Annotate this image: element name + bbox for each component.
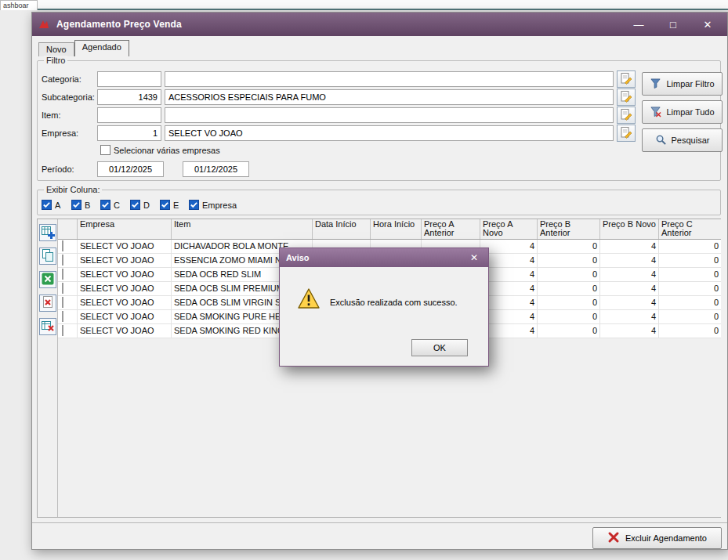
checkbox-checked[interactable]	[42, 200, 52, 210]
limpar-filtro-label: Limpar Filtro	[666, 79, 714, 89]
item-code-input[interactable]	[97, 107, 161, 123]
checkbox-checked[interactable]	[189, 200, 199, 210]
cell-empresa: SELECT VO JOAO	[78, 282, 172, 295]
subcategoria-lookup-button[interactable]	[617, 89, 636, 106]
multi-company-label: Selecionar várias empresas	[114, 146, 220, 155]
row-select-cell[interactable]	[58, 296, 78, 309]
excel-delete-icon	[41, 295, 55, 312]
grid-header-preco-c-anterior[interactable]: Preço C Anterior	[659, 219, 721, 239]
periodo-fim-input[interactable]	[183, 161, 249, 177]
cell-preco-b-novo: 4	[600, 254, 659, 267]
tab-agendado[interactable]: Agendado	[74, 40, 129, 56]
row-checkbox[interactable]	[62, 240, 63, 251]
remove-row-button[interactable]	[39, 318, 56, 335]
subcategoria-label: Subcategoria:	[42, 92, 95, 102]
excluir-agendamento-label: Excluir Agendamento	[625, 533, 707, 543]
dialog-titlebar[interactable]: Aviso ✕	[280, 248, 488, 267]
row-select-cell[interactable]	[58, 310, 78, 323]
categoria-code-input[interactable]	[97, 71, 161, 87]
cell-empresa: SELECT VO JOAO	[78, 268, 172, 281]
window-title: Agendamento Preço Venda	[56, 19, 182, 30]
periodo-inicio-input[interactable]	[97, 161, 164, 177]
empresa-lookup-button[interactable]	[617, 125, 636, 142]
row-checkbox[interactable]	[62, 269, 63, 280]
window-titlebar[interactable]: Agendamento Preço Venda — □ ✕	[32, 13, 727, 36]
grid-header-preco-a-novo[interactable]: Preço A Novo	[480, 219, 538, 239]
categoria-text-input[interactable]	[165, 71, 614, 87]
search-icon	[655, 134, 667, 147]
dialog-close-button[interactable]: ✕	[466, 252, 482, 263]
row-checkbox[interactable]	[62, 255, 63, 266]
close-button[interactable]: ✕	[696, 16, 719, 33]
excel-delete-button[interactable]	[39, 294, 56, 312]
warning-icon	[297, 287, 321, 311]
grid-header-item[interactable]: Item	[172, 219, 313, 239]
categoria-lookup-button[interactable]	[617, 70, 636, 88]
grid-header-select[interactable]	[58, 219, 78, 239]
ok-button[interactable]: OK	[411, 339, 468, 356]
cell-preco-c-anterior: 0	[659, 254, 721, 267]
column-checkbox-d[interactable]: D	[130, 200, 150, 210]
grid-header-preco-b-anterior[interactable]: Preço B Anterior	[538, 219, 600, 239]
column-checkbox-a[interactable]: A	[42, 200, 60, 210]
row-select-cell[interactable]	[58, 254, 78, 267]
column-checkbox-e[interactable]: E	[160, 200, 179, 210]
checkbox-checked[interactable]	[71, 200, 81, 210]
dialog-message: Exclusão realizada com sucesso.	[330, 298, 458, 307]
row-select-cell[interactable]	[58, 324, 78, 338]
column-checkbox-b[interactable]: B	[71, 200, 90, 210]
tab-novo[interactable]: Novo	[38, 42, 74, 56]
row-checkbox[interactable]	[62, 283, 63, 294]
checkbox-checked[interactable]	[100, 200, 110, 210]
cell-preco-b-anterior: 0	[538, 240, 600, 253]
column-checkbox-c[interactable]: C	[100, 200, 120, 210]
checkbox-unchecked[interactable]	[100, 145, 110, 155]
column-empresa-label: Empresa	[202, 201, 237, 210]
empresa-code-input[interactable]	[97, 125, 161, 141]
grid-header-preco-b-novo[interactable]: Preço B Novo	[600, 219, 659, 239]
pesquisar-button[interactable]: Pesquisar	[642, 128, 723, 152]
filtro-group-label: Filtro	[44, 56, 67, 65]
cell-preco-b-novo: 4	[600, 296, 659, 309]
row-select-cell[interactable]	[58, 268, 78, 281]
delete-x-icon	[607, 531, 620, 545]
clear-filter-icon	[650, 78, 661, 91]
limpar-filtro-button[interactable]: Limpar Filtro	[642, 72, 723, 96]
background-tab-dashboard[interactable]: ashboar	[0, 0, 38, 10]
checkbox-checked[interactable]	[160, 200, 170, 210]
grid-header-empresa[interactable]: Empresa	[78, 219, 172, 239]
export-excel-button[interactable]	[39, 271, 56, 288]
minimize-button[interactable]: —	[627, 16, 650, 33]
subcategoria-code-input[interactable]	[97, 89, 161, 105]
checkbox-checked[interactable]	[130, 200, 140, 210]
periodo-label: Período:	[42, 164, 74, 174]
item-label: Item:	[42, 110, 60, 120]
excluir-agendamento-button[interactable]: Excluir Agendamento	[592, 527, 722, 549]
row-select-cell[interactable]	[58, 240, 78, 253]
row-select-cell[interactable]	[58, 282, 78, 295]
grid-header-hora-inicio[interactable]: Hora Início	[371, 219, 422, 239]
cell-preco-c-anterior: 0	[659, 282, 721, 295]
row-checkbox[interactable]	[62, 297, 63, 308]
copy-rows-button[interactable]	[39, 247, 56, 265]
item-lookup-button[interactable]	[617, 107, 636, 124]
row-checkbox[interactable]	[62, 311, 63, 322]
screen: ashboar Agendamento Preço Venda — □ ✕ No…	[0, 0, 728, 560]
limpar-tudo-button[interactable]: Limpar Tudo	[642, 100, 723, 124]
empresa-text-input[interactable]	[165, 125, 614, 141]
cell-preco-b-anterior: 0	[538, 310, 600, 323]
cell-preco-b-novo: 4	[600, 282, 659, 295]
grid-header-preco-a-anterior[interactable]: Preço A Anterior	[422, 219, 480, 239]
column-checkbox-empresa[interactable]: Empresa	[189, 200, 237, 210]
row-checkbox[interactable]	[62, 325, 63, 336]
subcategoria-text-input[interactable]	[165, 89, 614, 105]
multi-company-checkbox[interactable]: Selecionar várias empresas	[100, 145, 220, 155]
column-a-label: A	[55, 201, 60, 210]
lookup-icon	[620, 126, 632, 141]
maximize-button[interactable]: □	[661, 16, 685, 33]
add-row-button[interactable]	[39, 224, 56, 241]
grid-header-data-inicio[interactable]: Data Início	[313, 219, 371, 239]
item-text-input[interactable]	[165, 107, 614, 123]
lookup-icon	[620, 72, 632, 87]
cell-empresa: SELECT VO JOAO	[78, 254, 172, 267]
